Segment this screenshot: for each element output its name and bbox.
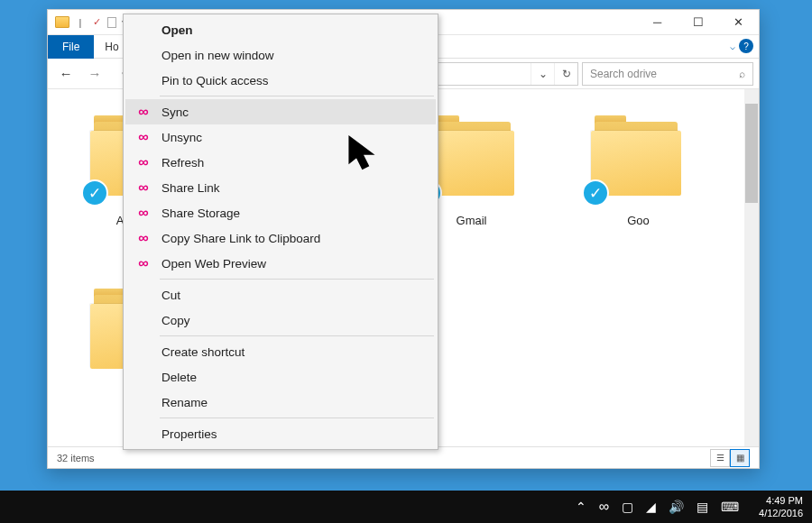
ctx-share-storage[interactable]: ∞Share Storage bbox=[125, 200, 436, 225]
refresh-icon[interactable]: ↻ bbox=[554, 63, 577, 85]
window-folder-icon bbox=[55, 16, 69, 28]
odrive-tray-icon[interactable]: ∞ bbox=[599, 499, 609, 515]
notifications-icon[interactable]: ▤ bbox=[697, 500, 708, 514]
ctx-open[interactable]: Open bbox=[125, 17, 436, 42]
ctx-copy-share-link[interactable]: ∞Copy Share Link to Clipboard bbox=[125, 225, 436, 251]
ctx-separator bbox=[160, 335, 434, 336]
ctx-refresh[interactable]: ∞Refresh bbox=[125, 150, 436, 175]
ctx-create-shortcut[interactable]: Create shortcut bbox=[125, 339, 436, 364]
clock-time: 4:49 PM bbox=[759, 494, 803, 507]
details-view-button[interactable]: ☰ bbox=[710, 449, 730, 467]
ctx-share-link[interactable]: ∞Share Link bbox=[125, 175, 436, 200]
taskbar: ⌃ ∞ ▢ ◢ 🔊 ▤ ⌨ 4:49 PM 4/12/2016 bbox=[0, 491, 812, 523]
wifi-icon[interactable]: ◢ bbox=[646, 500, 656, 514]
infinity-icon: ∞ bbox=[138, 205, 148, 221]
battery-icon[interactable]: ▢ bbox=[622, 500, 633, 514]
back-button[interactable]: ← bbox=[53, 61, 78, 87]
qa-checkmark-icon[interactable]: ✓ bbox=[91, 17, 102, 28]
search-input[interactable]: Search odrive ⌕ bbox=[582, 62, 753, 86]
folder-label: Gmail bbox=[457, 214, 487, 227]
qa-blank-icon[interactable] bbox=[107, 17, 116, 28]
sync-check-icon: ✓ bbox=[582, 179, 609, 206]
infinity-icon: ∞ bbox=[138, 129, 148, 145]
ctx-open-new-window[interactable]: Open in new window bbox=[125, 42, 436, 68]
ctx-pin-quick-access[interactable]: Pin to Quick access bbox=[125, 68, 436, 93]
close-button[interactable]: ✕ bbox=[718, 10, 759, 35]
clock-date: 4/12/2016 bbox=[759, 507, 803, 519]
infinity-icon: ∞ bbox=[138, 104, 148, 120]
ctx-separator bbox=[160, 279, 434, 280]
scrollbar[interactable] bbox=[744, 89, 759, 446]
search-placeholder: Search odrive bbox=[590, 68, 657, 80]
keyboard-icon[interactable]: ⌨ bbox=[721, 500, 739, 514]
ctx-delete[interactable]: Delete bbox=[125, 364, 436, 390]
infinity-icon: ∞ bbox=[138, 154, 148, 170]
ctx-unsync[interactable]: ∞Unsync bbox=[125, 124, 436, 150]
infinity-icon: ∞ bbox=[138, 230, 148, 246]
help-icon[interactable]: ? bbox=[739, 39, 753, 53]
volume-icon[interactable]: 🔊 bbox=[669, 500, 684, 514]
scrollbar-thumb[interactable] bbox=[745, 104, 758, 203]
ctx-properties[interactable]: Properties bbox=[125, 421, 436, 446]
address-dropdown-icon[interactable]: ⌄ bbox=[531, 63, 554, 85]
qa-separator: | bbox=[75, 17, 86, 28]
clock[interactable]: 4:49 PM 4/12/2016 bbox=[759, 494, 803, 520]
forward-button[interactable]: → bbox=[82, 61, 107, 87]
ctx-separator bbox=[160, 417, 434, 418]
tray-chevron-icon[interactable]: ⌃ bbox=[576, 500, 586, 514]
sync-check-icon: ✓ bbox=[81, 179, 108, 206]
cursor-icon bbox=[347, 135, 383, 177]
file-tab[interactable]: File bbox=[48, 35, 94, 59]
item-count: 32 items bbox=[57, 453, 95, 463]
search-icon: ⌕ bbox=[739, 68, 745, 80]
ctx-sync[interactable]: ∞Sync bbox=[125, 99, 436, 124]
minimize-button[interactable]: ─ bbox=[637, 10, 678, 35]
infinity-icon: ∞ bbox=[138, 255, 148, 271]
ctx-copy[interactable]: Copy bbox=[125, 307, 436, 333]
folder-label: Goo bbox=[627, 214, 650, 227]
folder-item[interactable]: ✓ Goo bbox=[559, 107, 717, 270]
infinity-icon: ∞ bbox=[138, 179, 148, 196]
context-menu: Open Open in new window Pin to Quick acc… bbox=[123, 14, 438, 450]
ctx-open-web-preview[interactable]: ∞Open Web Preview bbox=[125, 251, 436, 276]
ctx-cut[interactable]: Cut bbox=[125, 282, 436, 307]
ctx-separator bbox=[160, 96, 434, 96]
ribbon-collapse-icon[interactable]: ⌵ bbox=[730, 41, 735, 51]
folder-icon: ✓ bbox=[589, 120, 688, 201]
ctx-rename[interactable]: Rename bbox=[125, 390, 436, 415]
icons-view-button[interactable]: ▦ bbox=[730, 449, 750, 467]
maximize-button[interactable]: ☐ bbox=[678, 10, 718, 35]
